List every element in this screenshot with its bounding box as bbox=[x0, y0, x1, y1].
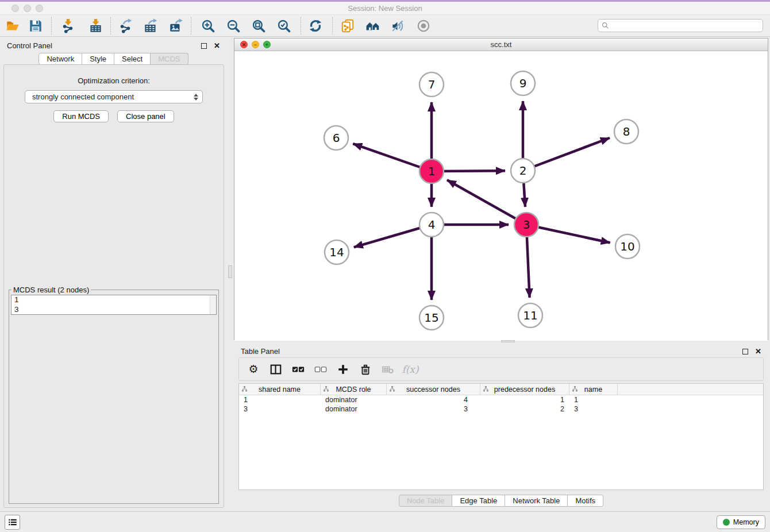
tab-select[interactable]: Select bbox=[114, 53, 151, 65]
zoom-in-icon[interactable] bbox=[200, 18, 216, 34]
network-canvas[interactable]: 1234678910111415 bbox=[234, 51, 768, 341]
import-network-icon[interactable] bbox=[60, 18, 76, 34]
float-panel-icon[interactable] bbox=[742, 349, 748, 354]
table-row[interactable]: 1dominator411 bbox=[239, 395, 763, 404]
mcds-result-title: MCDS result (2 nodes) bbox=[11, 286, 91, 294]
run-mcds-button[interactable]: Run MCDS bbox=[53, 110, 109, 122]
svg-text:10: 10 bbox=[620, 240, 634, 253]
splitter-handle[interactable] bbox=[228, 265, 232, 278]
graph-node-4[interactable]: 4 bbox=[419, 213, 444, 237]
table-tabs: Node TableEdge TableNetwork TableMotifs bbox=[399, 495, 603, 507]
select-all-rows-icon[interactable] bbox=[291, 363, 305, 376]
close-panel-icon[interactable]: ✕ bbox=[755, 349, 761, 354]
hide-details-icon[interactable] bbox=[390, 18, 406, 34]
table-row[interactable]: 3dominator323 bbox=[239, 404, 763, 414]
open-file-icon[interactable] bbox=[5, 18, 21, 34]
table-cell[interactable]: 3 bbox=[569, 405, 618, 413]
optimization-select[interactable]: strongly connected component bbox=[25, 90, 203, 103]
control-panel: Control Panel ✕ NetworkStyleSelectMCDS O… bbox=[0, 37, 227, 511]
export-table-icon[interactable] bbox=[143, 18, 159, 34]
mcds-result-box: MCDS result (2 nodes) 13 bbox=[9, 286, 219, 504]
home-layout-icon[interactable] bbox=[365, 18, 381, 34]
network-close-button[interactable]: ✕ bbox=[240, 41, 248, 48]
import-table-icon[interactable] bbox=[87, 18, 103, 34]
table-cell[interactable]: dominator bbox=[321, 396, 387, 404]
splitter-handle[interactable] bbox=[501, 340, 515, 342]
zoom-selected-icon[interactable] bbox=[276, 18, 292, 34]
control-panel-title: Control Panel bbox=[7, 41, 52, 50]
float-panel-icon[interactable] bbox=[201, 43, 207, 49]
bird-eye-icon[interactable] bbox=[415, 18, 432, 34]
table-body: 1dominator4113dominator323 bbox=[239, 395, 763, 414]
refresh-icon[interactable] bbox=[307, 18, 324, 34]
graph-node-3[interactable]: 3 bbox=[514, 213, 538, 237]
status-bar: Memory bbox=[0, 511, 770, 532]
column-header-predecessor-nodes[interactable]: predecessor nodes bbox=[480, 384, 569, 395]
export-network-icon[interactable] bbox=[117, 18, 133, 34]
network-minimize-button[interactable]: − bbox=[252, 41, 259, 48]
column-header-mcds-role[interactable]: MCDS role bbox=[321, 384, 387, 395]
tab-node-table[interactable]: Node Table bbox=[399, 495, 453, 507]
tab-style[interactable]: Style bbox=[82, 53, 114, 65]
graph-edge-3-10[interactable] bbox=[526, 225, 610, 243]
graph-edge-3-1[interactable] bbox=[447, 180, 526, 225]
table-cell[interactable]: 3 bbox=[239, 405, 321, 413]
tab-edge-table[interactable]: Edge Table bbox=[452, 495, 505, 507]
delete-column-trash-icon[interactable] bbox=[359, 363, 372, 376]
search-input[interactable] bbox=[611, 22, 759, 30]
network-window-title: scc.txt bbox=[234, 40, 768, 49]
optimization-criterion-label: Optimization criterion: bbox=[4, 76, 224, 85]
export-image-icon[interactable] bbox=[168, 18, 184, 34]
table-cell[interactable]: dominator bbox=[321, 405, 387, 413]
network-maximize-button[interactable]: + bbox=[263, 41, 271, 48]
add-column-icon[interactable] bbox=[336, 363, 350, 376]
column-header-successor-nodes[interactable]: successor nodes bbox=[387, 384, 480, 395]
save-session-icon[interactable] bbox=[28, 18, 44, 34]
graph-node-7[interactable]: 7 bbox=[419, 72, 444, 97]
chevron-up-down-icon bbox=[194, 94, 198, 101]
graph-node-6[interactable]: 6 bbox=[324, 126, 348, 150]
table-cell[interactable]: 3 bbox=[387, 405, 480, 413]
tab-motifs[interactable]: Motifs bbox=[568, 495, 603, 507]
column-header-shared-name[interactable]: shared name bbox=[239, 384, 321, 395]
graph-node-14[interactable]: 14 bbox=[325, 240, 349, 264]
table-cell[interactable]: 4 bbox=[387, 396, 480, 404]
deselect-all-rows-icon[interactable] bbox=[314, 363, 328, 376]
table-panel-title: Table Panel bbox=[241, 347, 280, 356]
table-header-row: shared nameMCDS rolesuccessor nodesprede… bbox=[239, 384, 763, 395]
graph-node-9[interactable]: 9 bbox=[511, 71, 535, 95]
svg-text:3: 3 bbox=[523, 218, 530, 232]
memory-button[interactable]: Memory bbox=[717, 515, 765, 529]
close-panel-icon[interactable]: ✕ bbox=[214, 43, 220, 49]
graph-edge-2-8[interactable] bbox=[523, 138, 610, 171]
graph-node-2[interactable]: 2 bbox=[511, 159, 535, 183]
show-columns-icon[interactable] bbox=[269, 363, 283, 376]
mcds-result-item[interactable]: 1 bbox=[11, 295, 216, 305]
graph-node-15[interactable]: 15 bbox=[419, 306, 444, 330]
mcds-result-item[interactable]: 3 bbox=[11, 305, 216, 315]
graph-node-11[interactable]: 11 bbox=[518, 303, 542, 327]
close-panel-button[interactable]: Close panel bbox=[117, 110, 174, 122]
tab-mcds[interactable]: MCDS bbox=[151, 53, 188, 65]
graph-node-10[interactable]: 10 bbox=[615, 234, 640, 259]
table-cell[interactable]: 2 bbox=[480, 405, 569, 413]
result-scrollbar[interactable] bbox=[210, 295, 216, 314]
graph-node-8[interactable]: 8 bbox=[614, 119, 638, 144]
zoom-out-icon[interactable] bbox=[225, 18, 241, 34]
task-history-button[interactable] bbox=[5, 515, 20, 530]
clone-network-icon[interactable] bbox=[340, 18, 356, 34]
mcds-panel: Optimization criterion: strongly connect… bbox=[3, 64, 224, 508]
tab-network[interactable]: Network bbox=[38, 53, 82, 65]
table-cell[interactable]: 1 bbox=[239, 396, 321, 404]
vertical-splitter[interactable] bbox=[227, 37, 234, 511]
table-cell[interactable]: 1 bbox=[480, 396, 569, 404]
tab-network-table[interactable]: Network Table bbox=[505, 495, 568, 507]
column-header-name[interactable]: name bbox=[569, 384, 618, 395]
horizontal-splitter[interactable] bbox=[234, 340, 768, 342]
toolbar-separator bbox=[51, 17, 52, 34]
table-settings-gear-icon[interactable]: ⚙ bbox=[247, 363, 260, 376]
zoom-fit-icon[interactable] bbox=[251, 18, 267, 34]
graph-node-1[interactable]: 1 bbox=[419, 159, 444, 183]
table-cell[interactable]: 1 bbox=[569, 396, 618, 404]
toolbar-separator bbox=[332, 17, 333, 34]
